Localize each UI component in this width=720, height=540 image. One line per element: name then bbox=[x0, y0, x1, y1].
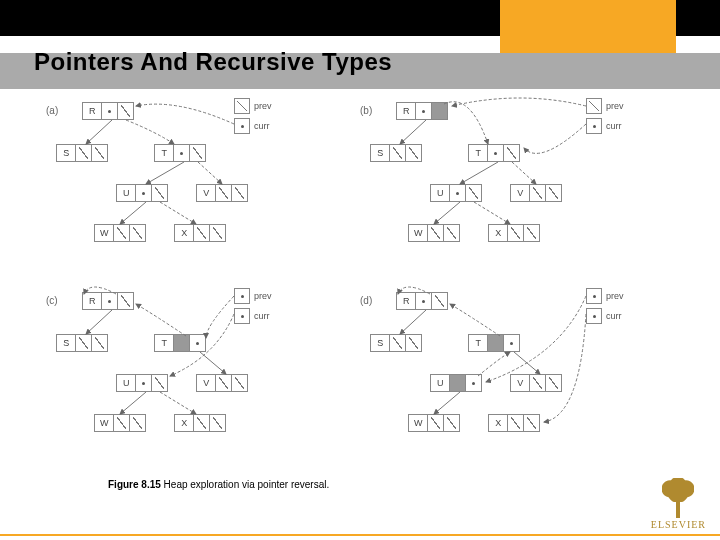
node-r-b: R bbox=[396, 102, 448, 120]
node-v-d: V bbox=[510, 374, 562, 392]
node-u-b: U bbox=[430, 184, 482, 202]
node-r-label-c: R bbox=[82, 292, 102, 310]
node-s-label-d: S bbox=[370, 334, 390, 352]
node-r-left bbox=[102, 102, 118, 120]
figure-caption-text: Heap exploration via pointer reversal. bbox=[164, 479, 330, 490]
node-t-label-d: T bbox=[468, 334, 488, 352]
panel-d-label: (d) bbox=[360, 296, 372, 306]
panel-c-label: (c) bbox=[46, 296, 58, 306]
node-s-d: S bbox=[370, 334, 422, 352]
panel-b: (b) R S T U V W bbox=[360, 96, 664, 266]
node-r: R bbox=[82, 102, 134, 120]
pc-pair-c: prev curr bbox=[234, 288, 302, 328]
node-u-left bbox=[136, 184, 152, 202]
node-u-d: U bbox=[430, 374, 482, 392]
node-t-label: T bbox=[154, 144, 174, 162]
curr-cell-a bbox=[234, 118, 250, 134]
panel-d: (d) R S T U V W bbox=[360, 286, 664, 456]
figure-caption: Figure 8.15 Heap exploration via pointer… bbox=[108, 480, 329, 490]
node-w-right bbox=[130, 224, 146, 242]
elsevier-tree-icon bbox=[658, 476, 698, 518]
footer-rule bbox=[0, 534, 720, 536]
node-s-label: S bbox=[56, 144, 76, 162]
curr-box-a: curr bbox=[234, 118, 302, 134]
node-t-d: T bbox=[468, 334, 520, 352]
node-r-c: R bbox=[82, 292, 134, 310]
pc-pair-d: prev curr bbox=[586, 288, 654, 328]
node-t-left bbox=[174, 144, 190, 162]
node-t-label-c: T bbox=[154, 334, 174, 352]
node-x-b: X bbox=[488, 224, 540, 242]
node-s-right bbox=[92, 144, 108, 162]
panel-a: (a) R S T U V W bbox=[46, 96, 350, 266]
node-r-label-b: R bbox=[396, 102, 416, 120]
node-v-c: V bbox=[196, 374, 248, 392]
node-v-label-d: V bbox=[510, 374, 530, 392]
elsevier-logo: ELSEVIER bbox=[651, 476, 706, 530]
node-v-right bbox=[232, 184, 248, 202]
node-x: X bbox=[174, 224, 226, 242]
node-x-d: X bbox=[488, 414, 540, 432]
curr-label: curr bbox=[254, 122, 270, 131]
node-u-label-b: U bbox=[430, 184, 450, 202]
node-w: W bbox=[94, 224, 146, 242]
pc-pair-b: prev curr bbox=[586, 98, 654, 138]
node-w-label-c: W bbox=[94, 414, 114, 432]
prev-cell-a bbox=[234, 98, 250, 114]
node-u-label: U bbox=[116, 184, 136, 202]
node-x-label-b: X bbox=[488, 224, 508, 242]
pc-pair-a: prev curr bbox=[234, 98, 302, 138]
node-x-right bbox=[210, 224, 226, 242]
panel-b-label: (b) bbox=[360, 106, 372, 116]
page-title: Pointers And Recursive Types bbox=[34, 48, 392, 76]
node-r-label: R bbox=[82, 102, 102, 120]
node-x-left bbox=[194, 224, 210, 242]
node-r-label-d: R bbox=[396, 292, 416, 310]
node-v-left bbox=[216, 184, 232, 202]
node-x-label-d: X bbox=[488, 414, 508, 432]
node-w-d: W bbox=[408, 414, 460, 432]
node-r-right bbox=[118, 102, 134, 120]
node-r-right-b bbox=[432, 102, 448, 120]
prev-box-a: prev bbox=[234, 98, 302, 114]
node-r-d: R bbox=[396, 292, 448, 310]
node-u-right bbox=[152, 184, 168, 202]
node-v-label-b: V bbox=[510, 184, 530, 202]
figure-815: (a) R S T U V W bbox=[46, 96, 674, 476]
figure-number: Figure 8.15 bbox=[108, 479, 161, 490]
panel-c: (c) R S T U V W bbox=[46, 286, 350, 456]
node-r-left-b bbox=[416, 102, 432, 120]
node-w-label: W bbox=[94, 224, 114, 242]
prev-label: prev bbox=[254, 102, 272, 111]
node-u-label-d: U bbox=[430, 374, 450, 392]
node-u-c: U bbox=[116, 374, 168, 392]
node-t-right bbox=[190, 144, 206, 162]
node-v-label: V bbox=[196, 184, 216, 202]
node-w-label-b: W bbox=[408, 224, 428, 242]
node-t-c: T bbox=[154, 334, 206, 352]
node-w-c: W bbox=[94, 414, 146, 432]
node-s-label-c: S bbox=[56, 334, 76, 352]
node-s: S bbox=[56, 144, 108, 162]
node-v-b: V bbox=[510, 184, 562, 202]
node-v-label-c: V bbox=[196, 374, 216, 392]
node-t-b: T bbox=[468, 144, 520, 162]
elsevier-wordmark: ELSEVIER bbox=[651, 520, 706, 530]
panel-a-label: (a) bbox=[46, 106, 58, 116]
node-s-b: S bbox=[370, 144, 422, 162]
node-s-left bbox=[76, 144, 92, 162]
node-x-label: X bbox=[174, 224, 194, 242]
node-t: T bbox=[154, 144, 206, 162]
node-x-c: X bbox=[174, 414, 226, 432]
node-u: U bbox=[116, 184, 168, 202]
node-w-label-d: W bbox=[408, 414, 428, 432]
node-s-c: S bbox=[56, 334, 108, 352]
node-x-label-c: X bbox=[174, 414, 194, 432]
node-v: V bbox=[196, 184, 248, 202]
node-w-b: W bbox=[408, 224, 460, 242]
node-w-left bbox=[114, 224, 130, 242]
header-orange-block bbox=[500, 0, 676, 53]
node-u-label-c: U bbox=[116, 374, 136, 392]
node-t-label-b: T bbox=[468, 144, 488, 162]
node-s-label-b: S bbox=[370, 144, 390, 162]
